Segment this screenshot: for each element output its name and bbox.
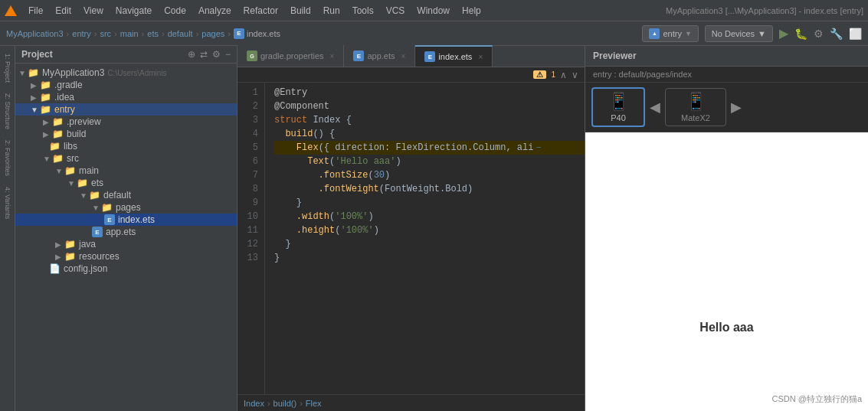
tab-index-close[interactable]: × [478, 53, 483, 61]
breadcrumb-root[interactable]: MyApplication3 [6, 29, 64, 38]
breadcrumb-main[interactable]: main [120, 29, 139, 38]
tree-main-label: main [79, 165, 99, 176]
menu-vcs[interactable]: VCS [381, 4, 411, 18]
menu-edit[interactable]: Edit [50, 4, 77, 18]
tab-app[interactable]: E app.ets × [344, 45, 415, 67]
tree-main[interactable]: ▼ 📁 main [15, 165, 237, 177]
side-tab-favorites[interactable]: 2: Favorites [2, 135, 13, 181]
add-icon[interactable]: ⊕ [188, 49, 195, 60]
tree-ets[interactable]: ▼ 📁 ets [15, 177, 237, 189]
menu-window[interactable]: Window [411, 4, 455, 18]
tree-ets-label: ets [91, 178, 103, 188]
warning-count: ⚠ [533, 70, 546, 79]
device-matex2[interactable]: 📱 MateX2 [665, 88, 726, 126]
next-device-arrow[interactable]: ▶ [731, 99, 742, 116]
menu-file[interactable]: File [23, 4, 48, 18]
tree-preview-label: .preview [67, 116, 101, 127]
menu-view[interactable]: View [78, 4, 109, 18]
menu-refactor[interactable]: Refactor [238, 4, 283, 18]
tree-idea[interactable]: ▶ 📁 .idea [15, 91, 237, 103]
tree-config[interactable]: 📄 config.json [15, 263, 237, 275]
code-line-4: build() { [274, 127, 585, 141]
tree-build[interactable]: ▶ 📁 build [15, 128, 237, 140]
tree-root[interactable]: ▼ 📁 MyApplication3 C:\Users\Adminis [15, 67, 237, 79]
menu-bar: File Edit View Navigate Code Analyze Ref… [0, 0, 868, 21]
code-line-3: struct Index { [274, 113, 585, 127]
debug-button[interactable]: 🐛 [794, 28, 807, 40]
breadcrumb-pages[interactable]: pages [201, 29, 224, 38]
tab-gradle-icon: G [247, 51, 257, 61]
code-line-12: } [274, 237, 585, 251]
tree-gradle[interactable]: ▶ 📁 .gradle [15, 79, 237, 91]
code-content[interactable]: @Entry @Component struct Index { build()… [265, 83, 585, 394]
tree-pages-arrow: ▼ [92, 204, 100, 212]
tree-preview[interactable]: ▶ 📁 .preview [15, 116, 237, 128]
devices-button[interactable]: No Devices ▼ [705, 25, 773, 42]
folder-icon: 📁 [49, 141, 61, 152]
breadcrumb-ets[interactable]: ets [147, 29, 159, 38]
editor-bc-index[interactable]: Index [244, 399, 264, 408]
toolbar-icon2[interactable]: 🔧 [830, 28, 843, 40]
tree-app-ets-label: app.ets [106, 227, 136, 237]
tree-app-ets[interactable]: E app.ets [15, 226, 237, 238]
tree-resources[interactable]: ▶ 📁 resources [15, 250, 237, 263]
settings-panel-icon[interactable]: ⚙ [212, 49, 221, 60]
run-button[interactable]: ▶ [779, 26, 788, 41]
menu-run[interactable]: Run [318, 4, 346, 18]
side-tab-project[interactable]: 1: Project [2, 49, 13, 87]
warning-up-arrow[interactable]: ∧ [560, 70, 567, 80]
tree-java[interactable]: ▶ 📁 java [15, 238, 237, 250]
warning-down-arrow[interactable]: ∨ [572, 70, 578, 80]
entry-button[interactable]: ▲ entry ▼ [642, 25, 698, 42]
side-tab-variants[interactable]: 4: Variants [2, 182, 13, 223]
entry-icon: ▲ [649, 28, 660, 39]
menu-code[interactable]: Code [159, 4, 192, 18]
tab-gradle-label: gradle.properties [260, 51, 324, 60]
devices-dropdown-arrow: ▼ [758, 29, 766, 38]
tree-idea-arrow: ▶ [31, 93, 38, 102]
breadcrumb-default[interactable]: default [168, 29, 193, 38]
tree-main-arrow: ▼ [55, 167, 63, 175]
breadcrumb-file[interactable]: index.ets [247, 29, 280, 38]
sync-icon[interactable]: ⇄ [200, 49, 208, 60]
folder-icon: 📁 [89, 190, 100, 201]
breadcrumb-src[interactable]: src [100, 29, 111, 38]
tree-index-ets[interactable]: E index.ets [15, 214, 237, 226]
folder-icon: 📁 [52, 116, 64, 127]
code-line-1: @Entry [274, 86, 585, 99]
close-panel-icon[interactable]: − [225, 49, 231, 60]
device-p40[interactable]: 📱 P40 [591, 87, 645, 127]
left-side-tabs: 1: Project Z: Structure 2: Favorites 4: … [0, 46, 15, 411]
device-matex2-label: MateX2 [681, 113, 710, 122]
main-layout: 1: Project Z: Structure 2: Favorites 4: … [0, 46, 868, 411]
tree-src[interactable]: ▼ 📁 src [15, 152, 237, 165]
settings-icon[interactable]: ⚙ [814, 28, 824, 40]
tree-entry[interactable]: ▼ 📁 entry [15, 103, 237, 116]
folder-icon: 📁 [101, 202, 113, 213]
toolbar-icon3[interactable]: ⬜ [849, 28, 862, 40]
editor-breadcrumb: Index › build() › Flex [237, 394, 585, 411]
code-line-13: } [274, 251, 585, 265]
menu-build[interactable]: Build [285, 4, 316, 18]
menu-help[interactable]: Help [457, 4, 486, 18]
tab-app-close[interactable]: × [401, 52, 406, 60]
tree-root-label: MyApplication3 [42, 67, 104, 78]
menu-tools[interactable]: Tools [347, 4, 379, 18]
tab-gradle[interactable]: G gradle.properties × [237, 45, 344, 67]
editor-bc-flex[interactable]: Flex [306, 399, 322, 408]
menu-navigate[interactable]: Navigate [110, 4, 157, 18]
code-line-11: .height('100%') [274, 223, 585, 237]
folder-entry-icon: 📁 [40, 104, 51, 115]
tree-libs[interactable]: 📁 libs [15, 140, 237, 152]
folder-icon: 📁 [40, 92, 51, 103]
tab-gradle-close[interactable]: × [330, 52, 335, 60]
tree-pages[interactable]: ▼ 📁 pages [15, 201, 237, 214]
code-line-5: Flex({ direction: FlexDirection.Column, … [274, 141, 585, 155]
side-tab-structure[interactable]: Z: Structure [2, 89, 13, 134]
editor-bc-build[interactable]: build() [274, 399, 297, 408]
menu-analyze[interactable]: Analyze [193, 4, 237, 18]
breadcrumb-entry[interactable]: entry [72, 29, 90, 38]
tree-default[interactable]: ▼ 📁 default [15, 189, 237, 201]
tab-index[interactable]: E index.ets × [415, 45, 493, 67]
prev-device-arrow[interactable]: ◀ [650, 99, 660, 116]
